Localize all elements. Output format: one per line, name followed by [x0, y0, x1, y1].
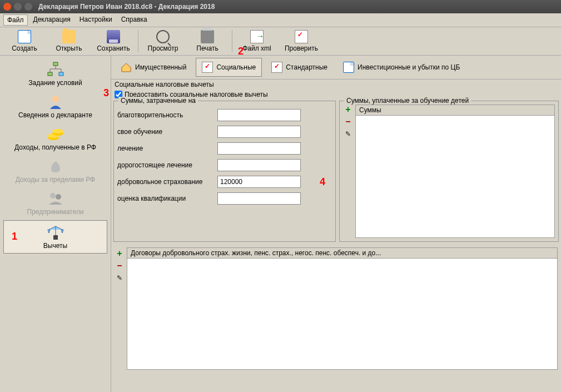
charity-input[interactable] — [217, 109, 301, 121]
toolbar-create-button[interactable]: Создать — [2, 28, 47, 54]
sidebar-item-deductions[interactable]: 1 Вычеты — [3, 220, 107, 254]
annotation-1: 1 — [12, 231, 17, 242]
toolbar-save-button[interactable]: Сохранить — [91, 28, 136, 54]
sidebar-item-conditions[interactable]: Задание условий — [0, 58, 111, 90]
sums-group-title: Суммы, затраченные на — [118, 97, 198, 105]
separator — [138, 30, 138, 52]
edit-button[interactable]: ✎ — [343, 129, 353, 139]
section-title: Социальные налоговые вычеты — [111, 80, 561, 90]
sidebar-item-income-rf[interactable]: Доходы, полученные в РФ — [0, 122, 111, 155]
checkbox-icon — [202, 62, 213, 73]
own-edu-label: свое обучение — [117, 128, 217, 136]
printer-icon — [201, 30, 214, 43]
svg-point-7 — [52, 129, 63, 133]
tabbar: Имущественный Социальные Стандартные Инв… — [111, 56, 561, 80]
exp-treatment-input[interactable] — [217, 159, 301, 171]
charity-label: благотворительность — [117, 111, 217, 119]
children-list-toolbar: + − ✎ — [343, 105, 353, 139]
toolbar-preview-button[interactable]: Просмотр — [141, 28, 185, 54]
tab-social[interactable]: Социальные — [196, 58, 262, 77]
edit-button[interactable]: ✎ — [115, 273, 125, 283]
own-edu-input[interactable] — [217, 126, 301, 138]
svg-rect-0 — [53, 62, 58, 66]
coins-icon — [46, 126, 66, 142]
svg-point-8 — [50, 193, 56, 199]
treatment-label: лечение — [117, 145, 217, 152]
scale-icon — [46, 224, 66, 241]
menu-settings[interactable]: Настройки — [76, 14, 116, 26]
qualification-input[interactable] — [217, 192, 301, 205]
window-minimize-icon[interactable] — [14, 3, 22, 11]
contracts-list-toolbar: + − ✎ — [115, 249, 125, 392]
exp-treatment-label: дорогостоящее лечение — [117, 161, 217, 169]
remove-button[interactable]: − — [115, 261, 125, 271]
svg-rect-10 — [53, 235, 58, 240]
menu-declaration[interactable]: Декларация — [30, 14, 74, 26]
menu-help[interactable]: Справка — [118, 14, 151, 26]
contracts-list-body[interactable] — [127, 259, 558, 370]
svg-point-9 — [56, 194, 61, 200]
children-group-title: Суммы, уплаченные за обучение детей — [344, 97, 471, 105]
remove-button[interactable]: − — [343, 117, 353, 127]
sums-groupbox: Суммы, затраченные на благотворительност… — [113, 101, 336, 242]
titlebar: Декларация Петров Иван 2018.dc8 - Деклар… — [0, 0, 561, 13]
new-file-icon — [18, 30, 31, 43]
sidebar-item-entrepreneurs: Предприниматели — [0, 187, 111, 219]
children-list-header: Суммы — [355, 105, 555, 116]
window-title: Декларация Петров Иван 2018.dc8 - Деклар… — [38, 3, 215, 11]
toolbar-check-button[interactable]: Проверить — [279, 28, 324, 54]
magnifier-icon — [156, 30, 170, 43]
menubar: Файл Декларация Настройки Справка — [0, 13, 561, 27]
qualification-label: оценка квалификации — [117, 195, 217, 202]
menu-file[interactable]: Файл — [3, 14, 28, 26]
content-area: Имущественный Социальные Стандартные Инв… — [111, 56, 561, 392]
svg-rect-2 — [59, 72, 63, 76]
check-icon — [295, 30, 308, 43]
person-icon — [46, 93, 66, 110]
sidebar-item-declarant[interactable]: Сведения о декларанте — [0, 90, 111, 122]
contracts-list-header: Договоры добровольного страх. жизни, пен… — [127, 247, 558, 259]
annotation-4: 4 — [320, 176, 325, 188]
toolbar: Создать Открыть Сохранить Просмотр Печат… — [0, 27, 561, 56]
disk-icon — [107, 30, 120, 43]
add-button[interactable]: + — [343, 105, 353, 115]
separator — [232, 30, 232, 52]
children-edu-groupbox: Суммы, уплаченные за обучение детей + − … — [339, 101, 559, 242]
add-button[interactable]: + — [115, 249, 125, 259]
people-icon — [46, 190, 66, 207]
annotation-3: 3 — [103, 87, 109, 99]
annotation-2: 2 — [238, 46, 244, 57]
xml-file-icon — [250, 30, 264, 43]
folder-icon — [62, 30, 76, 43]
svg-rect-1 — [48, 72, 52, 76]
tree-icon — [46, 61, 66, 78]
toolbar-print-button[interactable]: Печать — [185, 28, 230, 54]
toolbar-open-button[interactable]: Открыть — [47, 28, 91, 54]
insurance-label: добровольное страхование — [117, 178, 217, 186]
document-icon — [343, 62, 354, 73]
sidebar: Задание условий Сведения о декларанте До… — [0, 56, 111, 392]
window-maximize-icon[interactable] — [24, 3, 32, 11]
insurance-input[interactable] — [217, 176, 301, 188]
window-close-icon[interactable] — [3, 3, 11, 11]
house-icon — [121, 62, 132, 73]
checkbox-icon — [271, 62, 282, 73]
sidebar-item-income-foreign: Доходы за пределами РФ — [0, 155, 111, 187]
tab-invest[interactable]: Инвестиционные и убытки по ЦБ — [337, 58, 466, 77]
svg-point-3 — [52, 96, 59, 102]
tab-property[interactable]: Имущественный — [115, 58, 192, 77]
children-list-body[interactable] — [355, 116, 555, 238]
tab-standard[interactable]: Стандартные — [265, 58, 334, 77]
moneybag-icon — [46, 158, 66, 175]
treatment-input[interactable] — [217, 142, 301, 155]
